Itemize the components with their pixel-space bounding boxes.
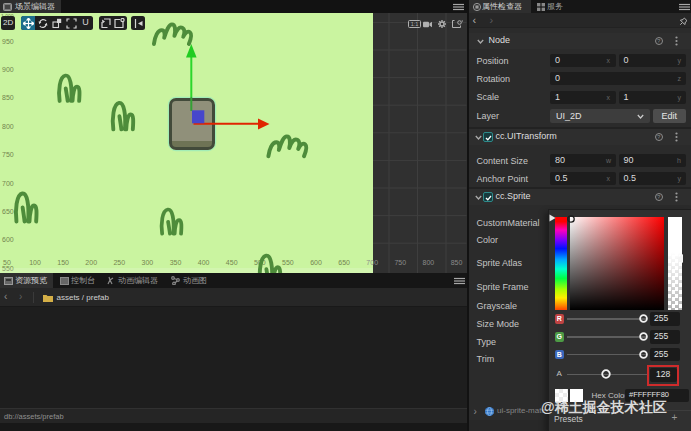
svg-text:1:1: 1:1 xyxy=(410,21,418,27)
